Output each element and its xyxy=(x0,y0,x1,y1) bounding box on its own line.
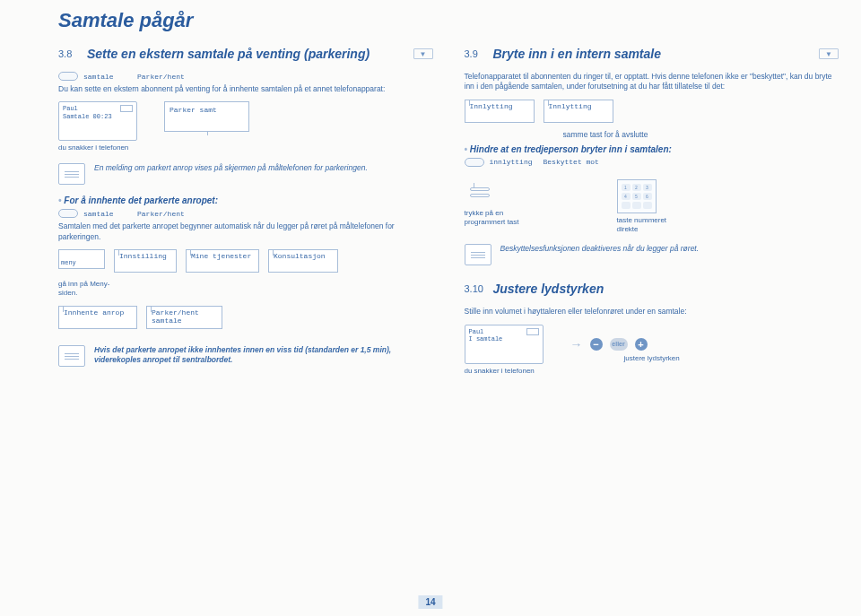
softkey-label: Parker/hent xyxy=(137,73,185,81)
keypad-icon: 123 456 xyxy=(617,179,657,213)
softkey-icon xyxy=(58,72,78,81)
note-text: En melding om parkert anrop vises på skj… xyxy=(94,163,368,173)
intro-text: Stille inn volumet i høyttaleren eller t… xyxy=(465,307,839,317)
menu-icon: meny xyxy=(58,249,105,269)
section-title: Sette en ekstern samtale på venting (par… xyxy=(87,47,370,61)
note-text: Hvis det parkerte anropet ikke innhentes… xyxy=(94,345,433,365)
note-icon xyxy=(58,345,85,367)
softkey-label: innlytting xyxy=(490,158,544,166)
keypad-caption: taste nummeret direkte xyxy=(617,216,689,233)
intro-text: Telefonapparatet til abonnenten du ringe… xyxy=(465,72,839,92)
chevron-down-icon: ▼ xyxy=(413,48,433,59)
softkey-chip: Innhente anrop xyxy=(58,306,137,329)
or-label: eller xyxy=(610,338,628,351)
section-number: 3.10 xyxy=(465,283,484,294)
section-number: 3.9 xyxy=(465,48,484,59)
volume-up-button[interactable]: + xyxy=(635,338,648,351)
phone-screen: Paul Samtale 00:23 xyxy=(58,101,137,141)
softkey-icon xyxy=(465,158,484,167)
phone-screen: Paul I samtale xyxy=(465,325,544,364)
screen-caption: du snakker i telefonen xyxy=(58,143,130,152)
softkey-chip: Innstilling xyxy=(114,249,177,273)
right-column: 3.9 Bryte inn i en intern samtale ▼ Tele… xyxy=(465,47,839,384)
bullet-heading: Hindre at en tredjeperson bryter inn i s… xyxy=(465,144,839,154)
softkey-label: samtale xyxy=(83,210,137,218)
bullet-heading: For å innhente det parkerte anropet: xyxy=(58,195,433,205)
softkey-chip: Parker/hent samtale xyxy=(146,306,222,329)
section-title: Bryte inn i en intern samtale xyxy=(493,47,662,61)
section-number: 3.8 xyxy=(58,48,78,59)
softkey-label: Parker/hent xyxy=(137,210,185,218)
left-column: 3.8 Sette en ekstern samtale på venting … xyxy=(58,47,433,384)
softkey-chip: Konsultasjon xyxy=(268,249,338,273)
caption-text: samme tast for å avslutte xyxy=(563,130,839,139)
softkey-box: Parker samt xyxy=(164,101,249,132)
softkey-label: samtale xyxy=(83,73,137,81)
intro-text: Du kan sette en ekstern abonnent på vent… xyxy=(58,84,433,94)
chevron-down-icon: ▼ xyxy=(819,48,839,59)
page-title: Samtale pågår xyxy=(58,9,839,32)
softkey-chip: Mine tjenester xyxy=(186,249,259,273)
softkey-label: Beskyttet mot xyxy=(544,158,599,166)
prog-key-caption: trykke på en programmert tast xyxy=(465,209,536,226)
screen-caption: du snakker i telefonen xyxy=(465,367,536,376)
softkey-chip: Innlytting xyxy=(465,100,535,123)
softkey-chip: Innlytting xyxy=(544,100,613,123)
body-text: Samtalen med det parkerte anropet begynn… xyxy=(58,221,433,242)
note-icon xyxy=(58,163,85,185)
volume-down-button[interactable]: − xyxy=(590,338,603,351)
softkey-icon xyxy=(58,209,78,218)
volume-caption: justere lydstyrken xyxy=(624,354,680,363)
note-text: Beskyttelsesfunksjonen deaktiveres når d… xyxy=(500,244,700,254)
programmed-key-icon xyxy=(465,179,495,206)
note-icon xyxy=(465,244,491,265)
page-number: 14 xyxy=(418,595,442,609)
section-title: Justere lydstyrken xyxy=(493,282,604,296)
menu-caption: gå inn på Meny-siden. xyxy=(58,280,121,297)
arrow-right-icon: → xyxy=(570,337,583,351)
